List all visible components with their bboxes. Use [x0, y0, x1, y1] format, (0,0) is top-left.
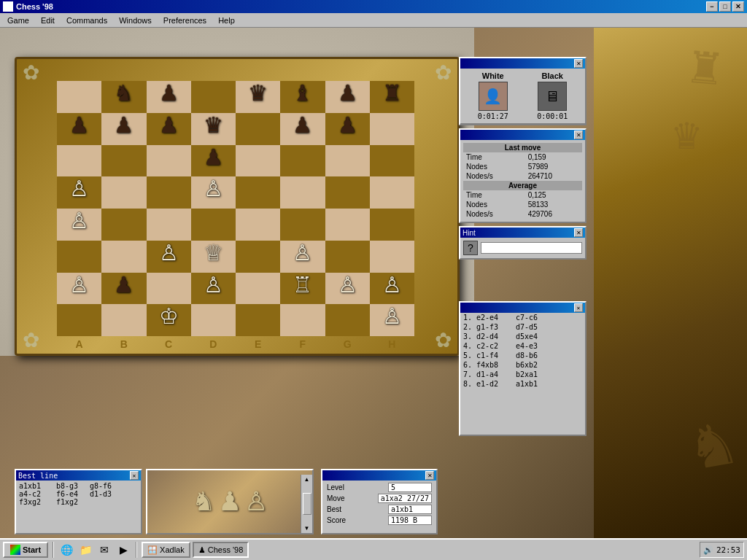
board-cell-4-5[interactable]	[280, 209, 325, 241]
board-cell-7-4[interactable]	[236, 304, 280, 336]
board-cell-1-2[interactable]: ♟	[147, 113, 191, 145]
board-cell-4-1[interactable]	[101, 209, 146, 241]
board-cell-7-1[interactable]	[101, 304, 146, 336]
board-cell-1-3[interactable]: ♛	[191, 113, 236, 145]
board-cell-6-0[interactable]: ♙	[57, 273, 101, 305]
stats-title-bar: ✕	[460, 130, 585, 140]
board-cell-5-3[interactable]: ♕	[191, 241, 236, 273]
board-cell-5-5[interactable]: ♙	[280, 241, 325, 273]
taskbar-app-chess[interactable]: ♟ Chess '98	[193, 542, 249, 558]
maximize-button[interactable]: □	[719, 1, 731, 12]
board-cell-3-5[interactable]	[280, 176, 325, 209]
board-cell-3-1[interactable]	[101, 176, 146, 209]
board-row-5: ♙♕♙	[57, 241, 414, 273]
col-label-a: A	[57, 338, 101, 350]
chess-piece: ♟	[147, 82, 191, 104]
board-cell-0-2[interactable]: ♟	[147, 81, 191, 113]
players-close-btn[interactable]: ✕	[574, 59, 583, 68]
board-cell-2-2[interactable]	[147, 145, 191, 177]
board-cell-2-0[interactable]	[57, 145, 101, 177]
moves-close-btn[interactable]: ✕	[574, 303, 583, 312]
board-cell-4-0[interactable]: ♙	[57, 209, 101, 241]
board-cell-7-7[interactable]: ♙	[370, 304, 414, 336]
board-cell-0-4[interactable]: ♛	[236, 81, 280, 113]
board-cell-7-3[interactable]	[191, 304, 236, 336]
board-cell-6-6[interactable]: ♙	[325, 273, 370, 305]
board-cell-3-2[interactable]	[147, 176, 191, 209]
players-panel: ✕ White 👤 0:01:27 Black 🖥 0:00:01	[459, 57, 587, 125]
board-cell-6-2[interactable]	[147, 273, 191, 305]
board-cell-4-4[interactable]	[236, 209, 280, 241]
board-cell-4-7[interactable]	[370, 209, 414, 241]
board-cell-1-1[interactable]: ♟	[101, 113, 146, 145]
stats-content: Last move Time 0,159 Nodes 57989 Nodes/s…	[460, 140, 585, 222]
board-cell-0-3[interactable]	[191, 81, 236, 113]
board-cell-6-3[interactable]: ♙	[191, 273, 236, 305]
board-cell-3-3[interactable]: ♙	[191, 176, 236, 209]
board-cell-1-7[interactable]	[370, 113, 414, 145]
taskbar-icon-4[interactable]: ▶	[115, 542, 131, 558]
board-cell-5-2[interactable]: ♙	[147, 241, 191, 273]
board-cell-5-7[interactable]	[370, 241, 414, 273]
board-cell-1-6[interactable]: ♟	[325, 113, 370, 145]
stats-close-btn[interactable]: ✕	[574, 131, 583, 139]
close-button[interactable]: ✕	[732, 1, 744, 12]
taskbar-icon-3[interactable]: ✉	[96, 542, 112, 558]
board-cell-0-0[interactable]	[57, 81, 101, 113]
board-cell-1-5[interactable]: ♟	[280, 113, 325, 145]
board-cell-6-4[interactable]	[236, 273, 280, 305]
preview-scroll-down[interactable]: ▼	[304, 525, 310, 532]
score-value: 1198 B	[388, 516, 432, 525]
board-cell-0-5[interactable]: ♝	[280, 81, 325, 113]
board-cell-2-5[interactable]	[280, 145, 325, 177]
board-cell-7-0[interactable]	[57, 304, 101, 336]
start-button[interactable]: Start	[3, 542, 48, 558]
move-black: e4-e3	[516, 342, 538, 350]
level-panel: ✕ Level 5 Move a1xa2 27/27 Best a1xb1 Sc…	[321, 469, 438, 534]
menu-edit[interactable]: Edit	[36, 15, 59, 26]
menu-help[interactable]: Help	[214, 15, 239, 26]
board-cell-2-4[interactable]	[236, 145, 280, 177]
board-cell-0-6[interactable]: ♟	[325, 81, 370, 113]
menu-windows[interactable]: Windows	[115, 15, 156, 26]
hint-close-btn[interactable]: ✕	[574, 228, 583, 237]
board-cell-3-4[interactable]	[236, 176, 280, 209]
board-cell-7-5[interactable]	[280, 304, 325, 336]
board-cell-7-2[interactable]: ♔	[147, 304, 191, 336]
board-cell-2-7[interactable]	[370, 145, 414, 177]
board-cell-6-7[interactable]: ♙	[370, 273, 414, 305]
board-cell-6-5[interactable]: ♖	[280, 273, 325, 305]
move-entry: 3. d2-d4 d5xe4	[460, 332, 585, 341]
taskbar-icon-1[interactable]: 🌐	[58, 542, 74, 558]
board-cell-7-6[interactable]	[325, 304, 370, 336]
board-cell-5-1[interactable]	[101, 241, 146, 273]
taskbar-icon-2[interactable]: 📁	[77, 542, 93, 558]
board-cell-2-1[interactable]	[101, 145, 146, 177]
menu-commands[interactable]: Commands	[62, 15, 112, 26]
menu-game[interactable]: Game	[3, 15, 34, 26]
board-cell-0-1[interactable]: ♞	[101, 81, 146, 113]
board-cell-5-4[interactable]	[236, 241, 280, 273]
moves-panel[interactable]: ✕ 1. e2-e4 c7-c6 2. g1-f3 d7-d5 3. d2-d4…	[459, 301, 587, 436]
taskbar-app-xadlak[interactable]: 🪟 Xadlak	[142, 542, 190, 558]
board-cell-5-6[interactable]	[325, 241, 370, 273]
board-cell-4-2[interactable]	[147, 209, 191, 241]
board-cell-5-0[interactable]	[57, 241, 101, 273]
board-cell-4-6[interactable]	[325, 209, 370, 241]
board-cell-1-4[interactable]	[236, 113, 280, 145]
best-line-close-btn[interactable]: ✕	[130, 471, 139, 480]
board-cell-1-0[interactable]: ♟	[57, 113, 101, 145]
menu-preferences[interactable]: Preferences	[159, 15, 211, 26]
minimize-button[interactable]: −	[706, 1, 718, 12]
chess-board[interactable]: ♞♟♛♝♟♜♟♟♟♛♟♟♟♙♙♙♙♕♙♙♟♙♖♙♙♔♙	[57, 81, 414, 336]
board-cell-2-3[interactable]: ♟	[191, 145, 236, 177]
board-cell-6-1[interactable]: ♟	[101, 273, 146, 305]
board-cell-3-7[interactable]	[370, 176, 414, 209]
preview-scroll-up[interactable]: ▲	[304, 476, 310, 483]
board-cell-3-6[interactable]	[325, 176, 370, 209]
level-close-btn[interactable]: ✕	[425, 471, 434, 480]
board-cell-3-0[interactable]: ♙	[57, 176, 101, 209]
board-cell-0-7[interactable]: ♜	[370, 81, 414, 113]
board-cell-2-6[interactable]	[325, 145, 370, 177]
board-cell-4-3[interactable]	[191, 209, 236, 241]
